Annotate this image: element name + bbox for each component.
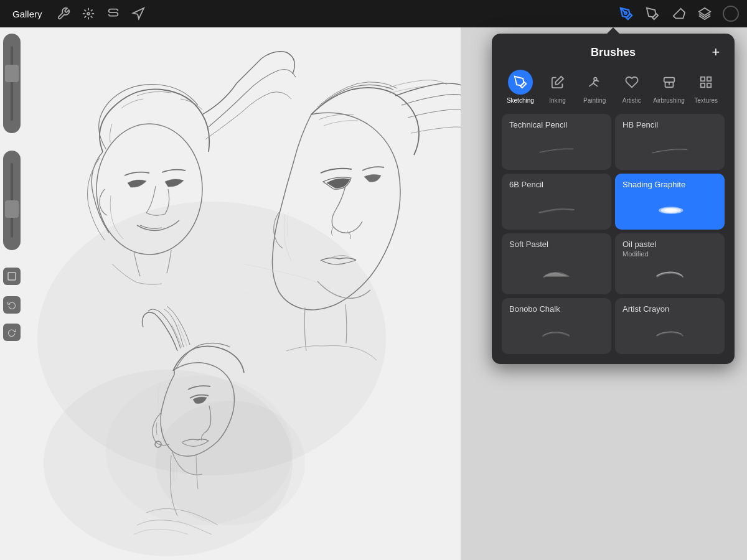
tab-airbrushing[interactable]: Airbrushing bbox=[651, 70, 688, 104]
svg-point-2 bbox=[624, 12, 627, 14]
eraser-tool-icon[interactable] bbox=[670, 5, 687, 22]
toolbar-left: Gallery bbox=[7, 5, 147, 22]
tab-textures[interactable]: Textures bbox=[687, 70, 725, 104]
tab-inking[interactable]: Inking bbox=[539, 70, 576, 104]
tab-sketching[interactable]: Sketching bbox=[502, 70, 539, 104]
sketching-icon bbox=[508, 70, 533, 95]
brush-technical-pencil[interactable]: Technical Pencil bbox=[502, 114, 611, 170]
textures-icon bbox=[693, 70, 718, 95]
toolbar-right bbox=[618, 5, 740, 22]
svg-marker-12 bbox=[555, 77, 563, 85]
tab-painting[interactable]: Painting bbox=[576, 70, 613, 104]
tab-artistic[interactable]: Artistic bbox=[613, 70, 651, 104]
color-picker-icon[interactable] bbox=[722, 5, 740, 22]
brush-bonobo-chalk[interactable]: Bonobo Chalk bbox=[502, 298, 611, 354]
airbrushing-icon bbox=[657, 70, 682, 95]
painting-label: Painting bbox=[583, 97, 606, 104]
opacity-slider[interactable] bbox=[3, 34, 21, 133]
square-tool-button[interactable] bbox=[3, 268, 21, 285]
add-brush-button[interactable]: + bbox=[707, 44, 725, 61]
toolbar: Gallery bbox=[0, 0, 747, 27]
svg-point-0 bbox=[87, 12, 90, 15]
redo-button[interactable] bbox=[3, 324, 21, 341]
brush-oil-pastel[interactable]: Oil pastel true Modified bbox=[615, 233, 725, 294]
wrench-icon[interactable] bbox=[55, 5, 72, 22]
navigation-icon[interactable] bbox=[129, 5, 147, 22]
undo-button[interactable] bbox=[3, 296, 21, 314]
panel-arrow bbox=[607, 27, 619, 34]
sketch-background bbox=[0, 27, 461, 560]
svg-rect-16 bbox=[707, 83, 711, 87]
svg-rect-17 bbox=[701, 83, 705, 87]
brush-grid: Technical Pencil HB Pencil 6B Pencil bbox=[502, 114, 725, 354]
sketch-illustration bbox=[0, 27, 461, 560]
airbrushing-label: Airbrushing bbox=[653, 97, 685, 104]
size-slider[interactable] bbox=[3, 151, 21, 250]
oil-pastel-modified-label: Modified bbox=[622, 250, 717, 258]
artistic-icon bbox=[619, 70, 644, 95]
adjustments-icon[interactable] bbox=[80, 5, 97, 22]
panel-header: Brushes + bbox=[502, 44, 725, 61]
svg-rect-14 bbox=[701, 77, 705, 81]
pencil-tool-icon[interactable] bbox=[618, 5, 635, 22]
left-sidebar bbox=[0, 27, 24, 560]
painting-icon bbox=[582, 70, 607, 95]
pen-tool-icon[interactable] bbox=[644, 5, 661, 22]
gallery-button[interactable]: Gallery bbox=[7, 6, 47, 22]
svg-point-10 bbox=[156, 401, 305, 525]
inking-icon bbox=[545, 70, 570, 95]
svg-marker-1 bbox=[133, 8, 143, 19]
brush-artist-crayon[interactable]: Artist Crayon bbox=[615, 298, 725, 354]
brush-shading-graphite[interactable]: Shading Graphite bbox=[615, 174, 725, 230]
brushes-panel: Brushes + Sketching Inking bbox=[492, 34, 735, 364]
artistic-label: Artistic bbox=[622, 97, 641, 104]
brush-soft-pastel[interactable]: Soft Pastel bbox=[502, 233, 611, 294]
panel-title: Brushes bbox=[519, 46, 707, 59]
category-tabs: Sketching Inking Painting bbox=[502, 70, 725, 104]
svg-rect-15 bbox=[707, 77, 711, 81]
stylize-icon[interactable] bbox=[105, 5, 122, 22]
inking-label: Inking bbox=[549, 97, 566, 104]
brush-6b-pencil[interactable]: 6B Pencil bbox=[502, 174, 611, 230]
sketching-label: Sketching bbox=[507, 97, 534, 104]
layers-tool-icon[interactable] bbox=[696, 5, 713, 22]
textures-label: Textures bbox=[694, 97, 718, 104]
svg-rect-11 bbox=[8, 273, 16, 280]
brush-hb-pencil[interactable]: HB Pencil bbox=[615, 114, 725, 170]
